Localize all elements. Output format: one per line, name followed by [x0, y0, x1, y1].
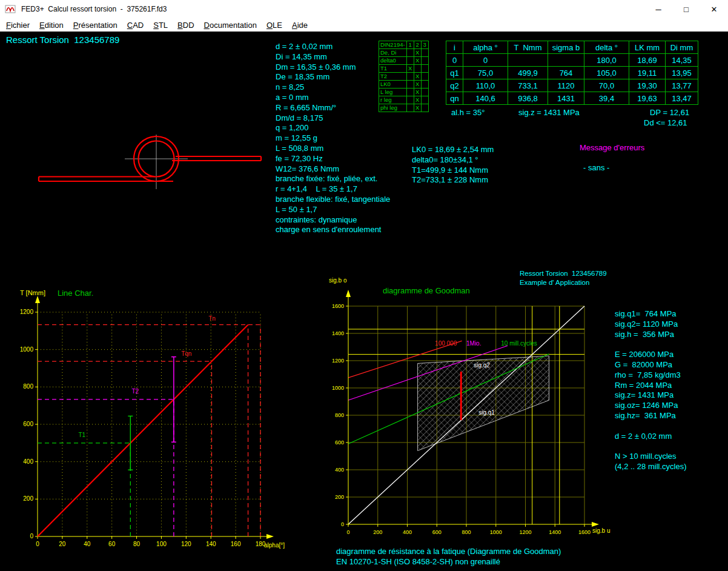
din-mark-cell — [406, 81, 414, 88]
menu-item-bdd[interactable]: BDD — [173, 19, 199, 31]
menu-bar: FichierEditionPrésentationCADSTLBDDDocum… — [0, 18, 728, 32]
svg-text:1Mio.: 1Mio. — [466, 340, 481, 347]
din-table-header: DIN2194- — [379, 41, 407, 49]
din-grade-col: 1 — [406, 41, 414, 49]
svg-text:160: 160 — [231, 541, 241, 547]
menu-item-cad[interactable]: CAD — [122, 19, 148, 31]
svg-text:800: 800 — [335, 412, 344, 418]
svg-text:0: 0 — [30, 533, 33, 539]
din-mark-cell — [421, 65, 428, 73]
menu-item-aide[interactable]: Aide — [287, 19, 313, 31]
param-line: L = 508,8 mm — [276, 144, 390, 154]
line-chart: 0204060801001201401601800200400600800100… — [0, 267, 285, 570]
param-line: Di = 14,35 mm — [276, 52, 390, 62]
svg-text:diagramme de Goodman: diagramme de Goodman — [383, 286, 470, 295]
material-line: E = 206000 MPa — [615, 350, 686, 360]
menu-item-edition[interactable]: Edition — [35, 19, 68, 31]
results-cell: q2 — [446, 79, 463, 92]
svg-text:1000: 1000 — [332, 385, 344, 391]
din-mark-cell — [421, 96, 428, 104]
svg-text:sig.b o: sig.b o — [329, 277, 347, 284]
results-cell: 13,77 — [666, 79, 698, 92]
din-mark-cell: X — [414, 104, 421, 112]
results-cell: 0 — [446, 54, 463, 67]
param-line: Dm = 16,35 ± 0,36 mm — [276, 62, 390, 73]
goodman-chart: 100 0001Mio.10 mill.cyclessig.q2sig.q100… — [327, 267, 612, 570]
din-mark-cell — [406, 57, 414, 65]
svg-text:800: 800 — [23, 383, 33, 390]
svg-text:T2: T2 — [131, 388, 139, 395]
din-row-label: De, Di — [379, 49, 407, 57]
results-cell: 764 — [548, 67, 584, 79]
din-mark-cell: X — [414, 96, 421, 104]
results-table-container: ialpha °T Nmmsigma bdelta °LK mmDi mm001… — [446, 41, 698, 105]
results-cell: 19,63 — [629, 92, 666, 105]
svg-text:T1: T1 — [78, 432, 85, 438]
svg-text:1200: 1200 — [519, 529, 531, 535]
svg-text:sig.b u: sig.b u — [592, 527, 610, 534]
results-cell: 14,35 — [666, 54, 698, 67]
param-line: contraintes: dynamique — [276, 215, 390, 225]
app-window: { "window": { "title": "FED3+ Calcul res… — [0, 0, 728, 571]
results-cell: 19,11 — [629, 67, 666, 79]
menu-item-documentation[interactable]: Documentation — [199, 19, 262, 31]
results-row: q2110,0733,1112070,019,3013,77 — [446, 79, 698, 92]
svg-text:1600: 1600 — [332, 303, 344, 309]
error-value: - sans - — [583, 163, 609, 172]
din-mark-cell — [406, 88, 414, 96]
svg-text:200: 200 — [23, 495, 33, 502]
results-cell: 180,0 — [584, 54, 629, 67]
menu-item-stl[interactable]: STL — [148, 19, 173, 31]
tolerance-line: T2=733,1 ± 228 Nmm — [412, 175, 494, 185]
tolerance-line: T1=499,9 ± 144 Nmm — [412, 165, 494, 176]
svg-text:400: 400 — [335, 467, 344, 473]
param-line: De = 18,35 mm — [276, 72, 390, 82]
material-line: sig.h = 356 MPa — [615, 330, 686, 340]
spring-drawing — [30, 133, 270, 194]
footer-caption-line: diagramme de résistance à la fatique (Di… — [336, 547, 561, 557]
param-line: q = 1,200 — [276, 123, 390, 133]
alh-value: al.h = 35° — [451, 108, 485, 118]
menu-item-prsentation[interactable]: Présentation — [68, 19, 122, 31]
material-line: (4,2 .. 28 mill.cycles) — [615, 462, 686, 472]
din-row-label: L leg — [379, 88, 407, 96]
svg-text:200: 200 — [373, 529, 382, 535]
results-header-cell: i — [446, 41, 463, 54]
results-cell — [508, 54, 548, 67]
din-mark-cell — [421, 81, 428, 88]
svg-text:400: 400 — [403, 529, 412, 535]
results-header-cell: LK mm — [629, 41, 666, 54]
maximize-button[interactable]: □ — [672, 0, 700, 18]
minimize-button[interactable]: ─ — [644, 0, 672, 18]
din-row-label: T1 — [379, 65, 407, 73]
din-mark-cell: X — [414, 81, 421, 88]
param-line: fe = 72,30 Hz — [276, 154, 390, 164]
material-line: d = 2 ± 0,02 mm — [615, 432, 686, 442]
din-row: T1X — [379, 65, 429, 73]
din-row: L legX — [379, 88, 429, 96]
din-row: LK0X — [379, 81, 429, 88]
svg-text:100 000: 100 000 — [435, 340, 457, 347]
param-line: n = 8,25 — [276, 82, 390, 93]
menu-item-fichier[interactable]: Fichier — [1, 19, 35, 31]
spring-leg-right — [172, 156, 261, 161]
svg-text:1000: 1000 — [20, 346, 34, 353]
results-row: qn140,6936,8143139,419,6313,47 — [446, 92, 698, 105]
param-line: R = 6,665 Nmm/° — [276, 103, 390, 113]
results-cell: 733,1 — [508, 79, 548, 92]
svg-text:Tn: Tn — [208, 315, 216, 322]
din-row-label: phi leg — [379, 104, 407, 112]
din-table-container: DIN2194-123De, DiXdelta0XT1XT2XLK0XL leg… — [379, 41, 429, 112]
material-line — [615, 441, 686, 452]
din-row: De, DiX — [379, 49, 429, 57]
material-line: sig.q2= 1120 MPa — [615, 319, 686, 330]
window-controls: ─ □ ✕ — [644, 0, 728, 18]
din-row-label: LK0 — [379, 81, 407, 88]
close-button[interactable]: ✕ — [700, 0, 728, 18]
svg-text:1200: 1200 — [332, 358, 344, 364]
svg-text:400: 400 — [23, 458, 33, 465]
window-titlebar: FED3+ Calcul ressort torsion - 375261F.f… — [0, 0, 728, 18]
menu-item-ole[interactable]: OLE — [262, 19, 287, 31]
svg-text:0: 0 — [36, 541, 39, 547]
din-mark-cell — [406, 73, 414, 81]
